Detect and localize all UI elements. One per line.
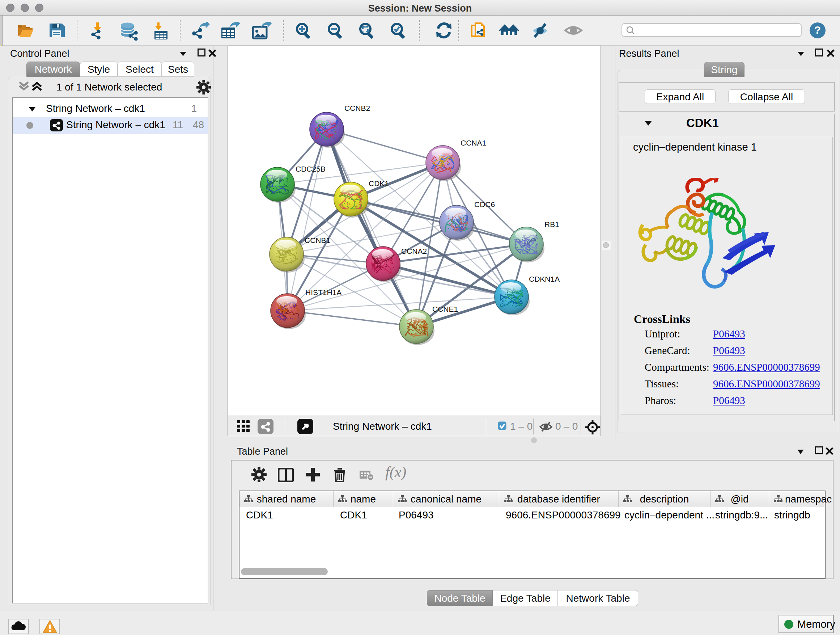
svg-text:CCNA1: CCNA1 — [461, 139, 486, 147]
svg-text:CDC25B: CDC25B — [295, 165, 325, 173]
svg-text:CCNE1: CCNE1 — [432, 305, 458, 313]
svg-text:HIST1H1A: HIST1H1A — [305, 288, 341, 296]
svg-text:CDC6: CDC6 — [474, 200, 495, 209]
svg-text:CCNB2: CCNB2 — [344, 104, 370, 112]
svg-text:?: ? — [814, 24, 821, 36]
svg-text:CDKN1A: CDKN1A — [529, 275, 560, 283]
svg-text:CCNB1: CCNB1 — [305, 236, 330, 244]
svg-text:CCNA2: CCNA2 — [401, 247, 427, 255]
svg-text:CDK1: CDK1 — [369, 179, 389, 187]
svg-text:RB1: RB1 — [545, 220, 559, 228]
